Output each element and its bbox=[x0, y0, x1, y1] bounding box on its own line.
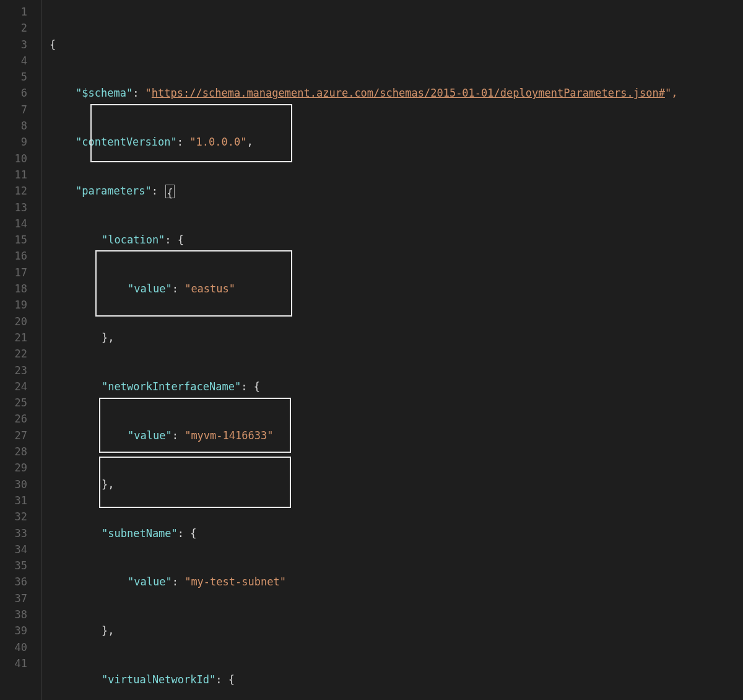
line-number: 19 bbox=[0, 297, 27, 313]
code-line[interactable]: "value": "eastus" bbox=[50, 281, 743, 297]
line-number: 21 bbox=[0, 330, 27, 346]
editor-gutter-separator bbox=[41, 0, 50, 700]
line-number: 6 bbox=[0, 85, 27, 101]
line-number: 11 bbox=[0, 167, 27, 183]
line-number: 36 bbox=[0, 574, 27, 590]
line-number: 1 bbox=[0, 4, 27, 20]
json-key: "parameters" bbox=[76, 185, 152, 197]
line-number: 12 bbox=[0, 183, 27, 199]
line-number: 28 bbox=[0, 444, 27, 460]
annotation-box bbox=[90, 104, 292, 162]
json-string: "myvm-1416633" bbox=[185, 429, 273, 442]
json-key: "contentVersion" bbox=[76, 136, 177, 148]
line-number: 37 bbox=[0, 590, 27, 606]
code-line[interactable]: "location": { bbox=[50, 232, 743, 248]
code-line[interactable]: "contentVersion": "1.0.0.0", bbox=[50, 134, 743, 150]
line-number: 27 bbox=[0, 427, 27, 444]
json-string: "1.0.0.0" bbox=[189, 136, 246, 148]
code-line[interactable]: }, bbox=[50, 623, 743, 639]
json-key: "virtualNetworkId" bbox=[102, 673, 215, 686]
code-line[interactable]: "networkInterfaceName": { bbox=[50, 378, 743, 395]
code-line[interactable]: "virtualNetworkId": { bbox=[50, 672, 743, 688]
code-line[interactable]: "value": "my-test-subnet" bbox=[50, 574, 743, 590]
line-number: 20 bbox=[0, 313, 27, 330]
line-number: 13 bbox=[0, 199, 27, 216]
line-number: 15 bbox=[0, 232, 27, 248]
json-key: "value" bbox=[128, 575, 172, 588]
line-number: 38 bbox=[0, 606, 27, 623]
json-key: "value" bbox=[128, 429, 172, 442]
code-line[interactable]: }, bbox=[50, 476, 743, 492]
code-line[interactable]: }, bbox=[50, 330, 743, 346]
line-number: 41 bbox=[0, 655, 27, 672]
line-number: 40 bbox=[0, 639, 27, 655]
json-string-url: https://schema.management.azure.com/sche… bbox=[152, 87, 665, 99]
line-number: 7 bbox=[0, 102, 27, 118]
code-content[interactable]: { "$schema": "https://schema.management.… bbox=[50, 0, 743, 700]
line-number: 9 bbox=[0, 134, 27, 150]
code-line[interactable]: "$schema": "https://schema.management.az… bbox=[50, 85, 743, 101]
brace-open: { bbox=[50, 38, 56, 51]
json-string: "eastus" bbox=[185, 282, 235, 295]
code-editor[interactable]: 1 2 3 4 5 6 7 8 9 10 11 12 13 14 15 16 1… bbox=[0, 0, 743, 700]
line-number: 29 bbox=[0, 460, 27, 476]
cursor-box-icon: { bbox=[165, 185, 174, 198]
json-key: "networkInterfaceName" bbox=[102, 380, 241, 393]
line-number: 26 bbox=[0, 411, 27, 427]
json-key: "value" bbox=[128, 282, 172, 295]
json-string: "my-test-subnet" bbox=[185, 575, 286, 588]
line-number: 10 bbox=[0, 151, 27, 167]
json-key: "$schema" bbox=[76, 87, 133, 99]
json-key: "subnetName" bbox=[102, 527, 178, 540]
line-number: 24 bbox=[0, 378, 27, 395]
code-line[interactable]: "subnetName": { bbox=[50, 525, 743, 541]
line-number: 4 bbox=[0, 53, 27, 69]
line-number: 39 bbox=[0, 623, 27, 639]
line-number: 25 bbox=[0, 395, 27, 411]
json-key: "location" bbox=[102, 234, 165, 246]
line-number-gutter: 1 2 3 4 5 6 7 8 9 10 11 12 13 14 15 16 1… bbox=[0, 0, 37, 700]
line-number: 32 bbox=[0, 509, 27, 525]
line-number: 23 bbox=[0, 362, 27, 378]
line-number: 33 bbox=[0, 525, 27, 541]
line-number: 5 bbox=[0, 69, 27, 85]
annotation-box bbox=[99, 398, 291, 453]
line-number: 3 bbox=[0, 37, 27, 53]
line-number: 14 bbox=[0, 216, 27, 232]
line-number: 35 bbox=[0, 558, 27, 574]
line-number: 16 bbox=[0, 248, 27, 264]
line-number: 30 bbox=[0, 476, 27, 492]
line-number: 2 bbox=[0, 20, 27, 36]
code-line[interactable]: "parameters": { bbox=[50, 183, 743, 199]
code-line[interactable]: "value": "myvm-1416633" bbox=[50, 427, 743, 444]
line-number: 8 bbox=[0, 118, 27, 134]
line-number: 22 bbox=[0, 346, 27, 362]
line-number: 31 bbox=[0, 492, 27, 509]
line-number: 18 bbox=[0, 281, 27, 297]
line-number: 17 bbox=[0, 265, 27, 281]
line-number: 34 bbox=[0, 541, 27, 558]
code-line[interactable]: { bbox=[50, 37, 743, 53]
